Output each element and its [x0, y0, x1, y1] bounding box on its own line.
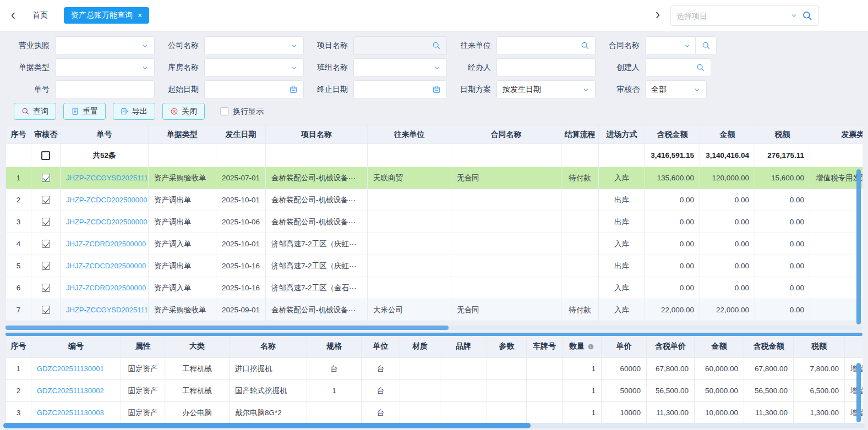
doc-type-select[interactable]	[55, 58, 155, 77]
cell-contract	[451, 255, 561, 277]
project-name-input[interactable]	[353, 36, 447, 55]
cell-audit	[31, 167, 61, 189]
cell-attribute: 固定资产	[121, 358, 165, 380]
calendar-icon[interactable]	[432, 85, 441, 94]
audit-select[interactable]: 全部	[645, 80, 707, 99]
project-select[interactable]	[670, 5, 819, 26]
business-license-select[interactable]	[55, 36, 155, 55]
tab-active[interactable]: 资产总账万能查询 ×	[64, 7, 149, 24]
cell-audit	[31, 211, 61, 233]
app-window: 首页 资产总账万能查询 × 营业执照 公司名称 项目名称 往来单位 合同名称	[0, 0, 868, 430]
info-icon[interactable]	[587, 343, 594, 350]
table-row[interactable]: 1 JHZP-ZCCGYSD2025111 资产采购验收单 2025-07-01…	[6, 167, 862, 189]
doc-no-input[interactable]	[55, 80, 155, 99]
search-icon[interactable]	[581, 41, 589, 50]
doc-no-link[interactable]: JHJZ-ZCDRD202500000	[66, 284, 146, 292]
close-button[interactable]: 关闭	[162, 103, 205, 120]
table-row[interactable]: 2 JHZP-ZCDCD202500000 资产调出单 2025-10-01 金…	[6, 189, 862, 211]
contract-name-search-button[interactable]	[696, 37, 716, 54]
doc-no-link[interactable]: JHZP-ZCDCD202500000	[66, 218, 147, 226]
detail-row[interactable]: 2 GDZC202511130002 固定资产 工程机械 国产轮式挖掘机 1 台…	[6, 380, 862, 402]
doc-no-link[interactable]: JHZP-ZCCGYSD2025111	[66, 306, 148, 314]
wrap-display-option[interactable]: 换行显示	[220, 107, 264, 117]
scrollbar-thumb[interactable]	[6, 326, 449, 330]
export-button[interactable]: 导出	[113, 103, 155, 120]
cell-audit	[31, 299, 61, 321]
cell-name: 进口挖掘机	[230, 358, 307, 380]
detail-table-horizontal-scrollbar[interactable]	[3, 423, 865, 428]
creator-input[interactable]	[645, 58, 711, 77]
scrollbar-thumb[interactable]	[3, 423, 531, 428]
tab-home[interactable]: 首页	[32, 10, 48, 20]
chevron-down-icon[interactable]	[790, 12, 798, 19]
row-checkbox[interactable]	[42, 196, 50, 204]
reset-button[interactable]: 重置	[63, 103, 106, 120]
asset-code-link[interactable]: GDZC202511130002	[37, 387, 104, 395]
tab-close-icon[interactable]: ×	[138, 11, 142, 20]
main-table-vertical-scrollbar[interactable]	[856, 169, 861, 324]
project-select-input[interactable]	[676, 12, 786, 20]
cell-project: 济邹高速7-2工区（金石···	[266, 277, 368, 299]
search-icon[interactable]	[802, 10, 813, 21]
wrap-display-checkbox[interactable]	[220, 107, 228, 115]
asset-code-link[interactable]: GDZC202511130003	[37, 409, 104, 417]
detail-table-top-scrollbar[interactable]	[6, 333, 862, 336]
detail-row[interactable]: 3 GDZC202511130003 固定资产 办公电脑 戴尔电脑8G*2 台 …	[6, 402, 862, 424]
table-row[interactable]: 5 JHJZ-ZCDCD202500000 资产调出单 2025-10-16 济…	[6, 255, 862, 277]
cell-tax: 0.00	[755, 299, 810, 321]
cell-doc-type: 资产调出单	[149, 211, 216, 233]
cell-name: 戴尔电脑8G*2	[230, 402, 307, 424]
cell-counterparty	[368, 211, 451, 233]
search-icon[interactable]	[432, 41, 441, 50]
team-select[interactable]	[353, 58, 447, 77]
doc-no-link[interactable]: JHJZ-ZCDCD202500000	[66, 262, 146, 270]
cell-settlement	[561, 277, 599, 299]
detail-table-vertical-scrollbar[interactable]	[856, 363, 861, 422]
asset-code-link[interactable]: GDZC202511130001	[37, 365, 104, 373]
doc-no-link[interactable]: JHZP-ZCDCD202500000	[66, 196, 147, 204]
contract-name-combo[interactable]	[645, 36, 717, 55]
calendar-icon[interactable]	[289, 85, 298, 94]
chevron-down-icon	[684, 42, 691, 49]
date-scheme-select[interactable]: 按发生日期	[496, 80, 596, 99]
contract-name-select[interactable]	[646, 37, 696, 54]
warehouse-select[interactable]	[204, 58, 304, 77]
row-checkbox[interactable]	[42, 284, 50, 292]
filter-row-2: 单据类型 库房名称 班组名称 经办人 创建人	[6, 58, 868, 77]
cell-project: 金桥装配公司-机械设备···	[266, 211, 368, 233]
handler-input[interactable]	[496, 58, 596, 77]
end-date-input[interactable]	[353, 80, 447, 99]
cell-total-count: 共52条	[61, 144, 149, 167]
query-button[interactable]: 查询	[14, 103, 56, 120]
cell-unit-price: 60000	[602, 358, 647, 380]
doc-no-link[interactable]: JHZP-ZCCGYSD2025111	[66, 174, 148, 182]
select-all-checkbox[interactable]	[41, 151, 50, 160]
tabs-scroll-left-icon[interactable]	[9, 11, 18, 20]
row-checkbox[interactable]	[42, 306, 50, 314]
row-checkbox[interactable]	[42, 262, 50, 270]
cell-material	[400, 402, 440, 424]
company-name-select[interactable]	[204, 36, 304, 55]
table-row[interactable]: 7 JHZP-ZCCGYSD2025111 资产采购验收单 2025-09-01…	[6, 299, 862, 321]
main-table-horizontal-scrollbar[interactable]	[6, 326, 862, 330]
col-doc-no: 单号	[61, 125, 149, 144]
doc-no-link[interactable]: JHJZ-ZCDRD202500000	[66, 240, 146, 248]
doc-no-label: 单号	[6, 85, 50, 95]
cell-tax: 7,800.00	[794, 358, 845, 380]
cell-doc-no: JHZP-ZCCGYSD2025111	[61, 299, 149, 321]
table-row[interactable]: 6 JHJZ-ZCDRD202500000 资产调入单 2025-10-16 济…	[6, 277, 862, 299]
cell-counterparty: 大米公司	[368, 299, 451, 321]
counterparty-input[interactable]	[496, 36, 596, 55]
cell-settlement	[561, 255, 599, 277]
row-checkbox[interactable]	[42, 174, 50, 182]
row-checkbox[interactable]	[42, 240, 50, 248]
table-row[interactable]: 4 JHJZ-ZCDRD202500000 资产调入单 2025-10-01 济…	[6, 233, 862, 255]
tabs-scroll-right-icon[interactable]	[653, 10, 662, 20]
cell-doc-type: 资产调出单	[149, 255, 216, 277]
row-checkbox[interactable]	[42, 218, 50, 226]
search-icon[interactable]	[696, 63, 705, 72]
detail-row[interactable]: 1 GDZC202511130001 固定资产 工程机械 进口挖掘机 台 台 1…	[6, 358, 862, 380]
start-date-input[interactable]	[204, 80, 304, 99]
cell-brand	[440, 380, 487, 402]
table-row[interactable]: 3 JHZP-ZCDCD202500000 资产调出单 2025-10-06 金…	[6, 211, 862, 233]
